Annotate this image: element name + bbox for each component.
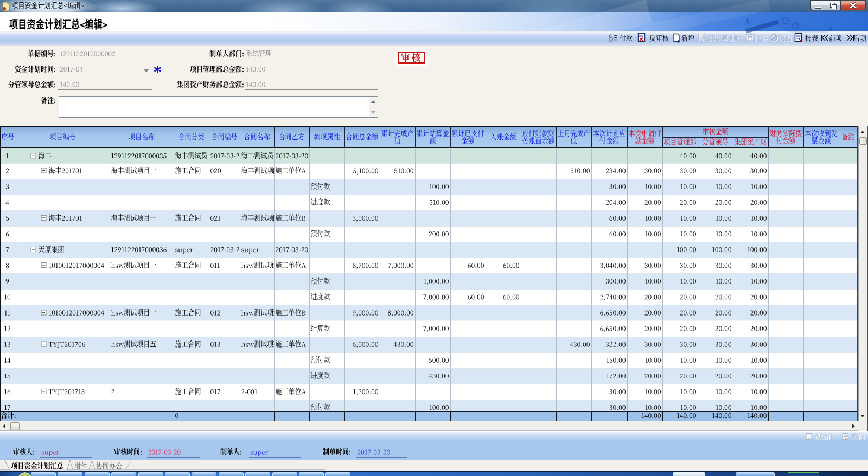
- svg-text:A: A: [828, 25, 833, 33]
- svg-text:$: $: [745, 17, 750, 26]
